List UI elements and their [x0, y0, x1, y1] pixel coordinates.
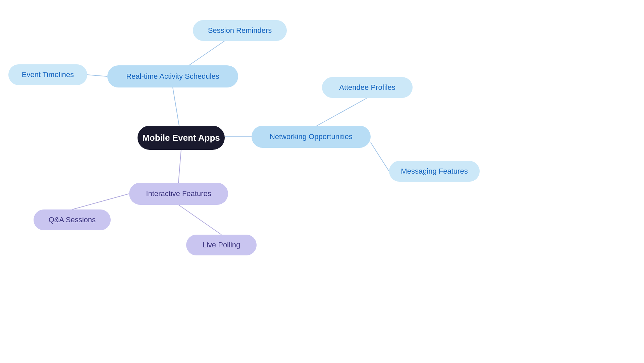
center-label: Mobile Event Apps [142, 133, 220, 143]
realtime-node: Real-time Activity Schedules [107, 65, 238, 87]
networking-label: Networking Opportunities [270, 132, 353, 141]
messaging-features-node: Messaging Features [389, 161, 480, 182]
interactive-features-node: Interactive Features [129, 183, 228, 205]
attendee-profiles-label: Attendee Profiles [339, 83, 395, 92]
realtime-label: Real-time Activity Schedules [126, 72, 219, 81]
svg-line-6 [178, 150, 181, 183]
event-timelines-node: Event Timelines [8, 64, 87, 85]
live-polling-label: Live Polling [203, 241, 240, 249]
svg-line-7 [72, 194, 129, 209]
event-timelines-label: Event Timelines [22, 70, 74, 79]
messaging-features-label: Messaging Features [401, 167, 468, 176]
qa-sessions-node: Q&A Sessions [34, 209, 111, 230]
svg-line-5 [371, 142, 389, 171]
interactive-features-label: Interactive Features [146, 189, 211, 198]
svg-line-4 [311, 98, 367, 129]
session-reminders-label: Session Reminders [208, 26, 272, 35]
qa-sessions-label: Q&A Sessions [49, 216, 96, 224]
svg-line-8 [178, 205, 221, 235]
attendee-profiles-node: Attendee Profiles [322, 77, 413, 98]
center-node: Mobile Event Apps [138, 126, 225, 150]
live-polling-node: Live Polling [186, 235, 257, 255]
networking-node: Networking Opportunities [252, 126, 371, 148]
session-reminders-node: Session Reminders [193, 20, 287, 41]
svg-line-1 [87, 75, 107, 76]
